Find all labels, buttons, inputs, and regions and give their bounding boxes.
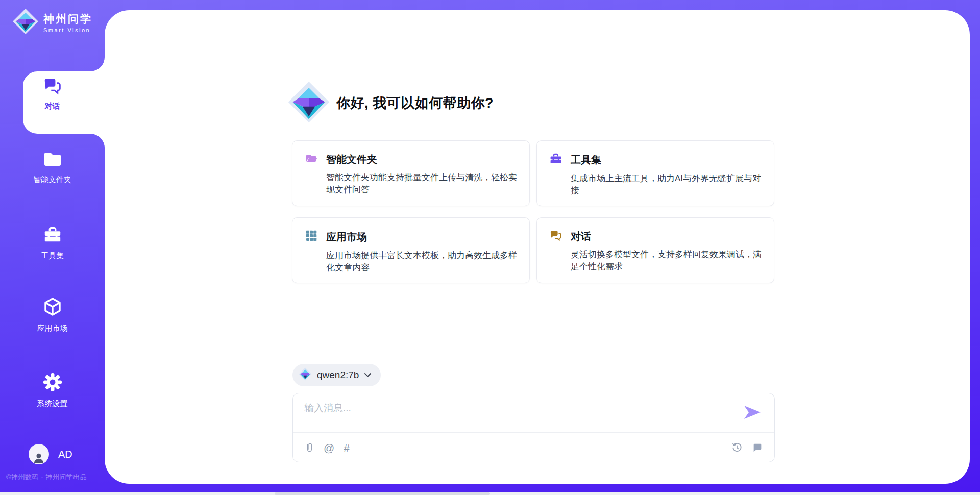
open-folder-icon [305,152,318,166]
chevron-down-icon [364,370,372,380]
sidebar: 神州问学 Smart Vision 对话 智能文件夹 [0,0,105,495]
card-title: 智能文件夹 [326,153,377,166]
sidebar-item-label: 工具集 [41,251,64,261]
composer-toolbar: @ # [304,438,763,457]
brand-diamond-icon [12,8,39,37]
model-diamond-icon [299,367,312,383]
sidebar-item-app-market[interactable]: 应用市场 [0,296,105,333]
grid-icon [305,229,318,244]
sidebar-item-label: 智能文件夹 [33,175,71,185]
sidebar-item-label: 应用市场 [37,324,68,333]
hashtag-icon[interactable]: # [344,442,350,453]
card-app-market[interactable]: 应用市场 应用市场提供丰富长文本模板，助力高效生成多样化文章内容 [292,217,530,283]
sidebar-item-label: 系统设置 [37,399,68,409]
sidebar-item-toolset[interactable]: 工具集 [0,225,105,261]
horizontal-scrollbar[interactable] [0,492,980,495]
app-root: 神州问学 Smart Vision 对话 智能文件夹 [0,0,980,495]
mention-icon[interactable]: @ [324,442,334,453]
attachment-icon[interactable] [304,441,314,454]
sidebar-item-chat[interactable]: 对话 [0,77,105,111]
composer-divider [293,432,774,433]
chat-square-icon[interactable] [752,442,763,453]
person-icon [32,451,45,464]
history-icon[interactable] [731,442,743,453]
message-input[interactable] [304,402,733,428]
folder-icon [42,150,63,170]
brand-name: 神州问学 [43,12,92,26]
assistant-diamond-icon [287,81,330,126]
model-selector[interactable]: qwen2:7b [292,364,381,386]
brand-logo: 神州问学 Smart Vision [12,8,92,37]
card-smart-folder[interactable]: 智能文件夹 智能文件夹功能支持批量文件上传与清洗，轻松实现文件问答 [292,140,530,206]
greeting: 你好, 我可以如何帮助你? [287,81,494,126]
send-button[interactable] [743,405,762,421]
card-description: 集成市场上主流工具，助力AI与外界无缝扩展与对接 [571,172,762,197]
briefcase-icon [549,152,562,167]
avatar [29,444,49,464]
greeting-title: 你好, 我可以如何帮助你? [336,94,494,112]
sidebar-item-label: 对话 [45,102,60,111]
brand-subtitle: Smart Vision [43,27,92,33]
card-toolset[interactable]: 工具集 集成市场上主流工具，助力AI与外界无缝扩展与对接 [536,140,774,206]
card-title: 对话 [571,230,591,243]
card-description: 智能文件夹功能支持批量文件上传与清洗，轻松实现文件问答 [326,171,517,196]
user-initials: AD [58,449,72,460]
card-chat[interactable]: 对话 灵活切换多模型文件，支持多样回复效果调试，满足个性化需求 [536,217,774,283]
chat-bubbles-icon [43,77,62,97]
feature-cards: 智能文件夹 智能文件夹功能支持批量文件上传与清洗，轻松实现文件问答 工具集 集成… [292,140,774,283]
scrollbar-thumb[interactable] [275,492,490,495]
card-description: 应用市场提供丰富长文本模板，助力高效生成多样化文章内容 [326,250,517,274]
message-composer: @ # [292,393,775,462]
send-icon [743,405,762,420]
model-name: qwen2:7b [317,369,359,381]
gear-icon [42,372,63,394]
card-title: 工具集 [571,153,601,167]
sidebar-item-smart-folder[interactable]: 智能文件夹 [0,150,105,185]
sidebar-item-settings[interactable]: 系统设置 [0,372,105,409]
chat-bubbles-icon [549,229,562,243]
toolbox-icon [42,225,63,246]
copyright-text: ©神州数码 · 神州问学出品 [6,473,87,482]
user-account[interactable]: AD [29,444,72,464]
card-description: 灵活切换多模型文件，支持多样回复效果调试，满足个性化需求 [571,249,762,273]
card-title: 应用市场 [326,230,367,244]
cube-icon [42,296,63,319]
